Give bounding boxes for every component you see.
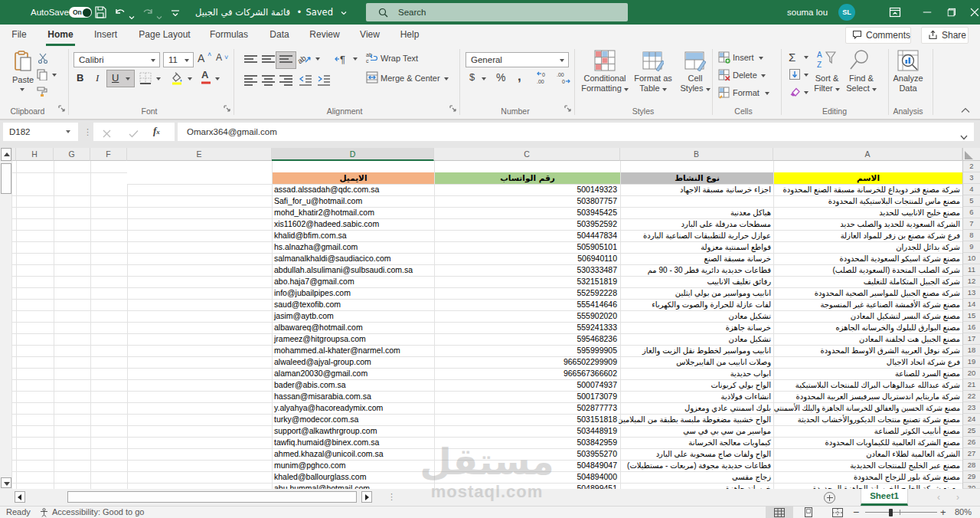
cell-activity-18[interactable]: انابيب ومواسير لخطوط نقل الزيت والغاز bbox=[620, 345, 773, 356]
cell-activity-6[interactable]: هياكل معدنية bbox=[620, 207, 773, 218]
cell-phone-15[interactable]: 555902020 bbox=[434, 310, 620, 322]
autosave-toggle[interactable]: On bbox=[69, 7, 92, 18]
cell-email-7[interactable]: xis11602@hadeed.sabic.com bbox=[272, 218, 434, 230]
percent-style-button[interactable]: % bbox=[496, 71, 508, 85]
scroll-down-icon[interactable] bbox=[1, 477, 11, 488]
cell-activity-5[interactable] bbox=[620, 195, 773, 207]
row-header-19[interactable]: 19 bbox=[962, 356, 980, 368]
cut-icon[interactable] bbox=[38, 53, 49, 64]
align-bottom-icon[interactable] bbox=[279, 55, 292, 66]
name-box[interactable]: D182 bbox=[3, 123, 78, 141]
cell-activity-23[interactable]: بلوك اسمنتي عادي ومعزول bbox=[620, 402, 773, 414]
row-header-17[interactable]: 17 bbox=[962, 333, 980, 345]
cell-email-9[interactable]: hs.alnazha@gmail.com bbox=[272, 241, 434, 253]
cell-activity-26[interactable]: كيماويات معالجة الخرسانة bbox=[620, 437, 773, 448]
increase-indent-icon[interactable] bbox=[317, 75, 330, 86]
cell-name-20[interactable]: مصنع السرد للصناعة bbox=[773, 368, 962, 379]
borders-dropdown-icon[interactable] bbox=[156, 77, 161, 80]
clear-icon[interactable] bbox=[789, 86, 801, 98]
cell-email-27[interactable]: ahmed.khazal@unicoil.com.sa bbox=[272, 448, 434, 460]
cell-name-22[interactable]: شركة ماريتايم اندستريال سيرفيسز العربية … bbox=[773, 391, 962, 402]
cell-activity-28[interactable]: قطاعات حديدية مجوفة (مربعات - مستطيلات) bbox=[620, 460, 773, 471]
enter-icon[interactable] bbox=[129, 127, 139, 136]
column-header-D[interactable]: D bbox=[272, 148, 434, 161]
decrease-indent-icon[interactable] bbox=[299, 75, 312, 86]
zoom-in-button[interactable]: + bbox=[940, 507, 946, 518]
orientation-icon[interactable]: ab bbox=[298, 52, 312, 66]
cell-name-10[interactable]: مصنع شركة اسيكو السعودية المحدودة bbox=[773, 253, 962, 264]
share-button[interactable]: Share bbox=[921, 27, 969, 44]
accounting-format-button[interactable]: $ bbox=[469, 71, 477, 85]
cell-activity-8[interactable]: عوازل حرارية للتطبيقات الصناعية الباردة bbox=[620, 230, 773, 241]
align-center-icon[interactable] bbox=[262, 75, 275, 86]
ribbon-display-options-icon[interactable] bbox=[888, 5, 902, 19]
status-accessibility[interactable]: Accessibility: Good to go bbox=[52, 507, 144, 518]
cell-name-28[interactable]: مصنع عبر الخليج للمنتجات الحديدية bbox=[773, 460, 962, 471]
row-header-14[interactable]: 14 bbox=[962, 299, 980, 310]
align-middle-icon[interactable] bbox=[262, 55, 275, 66]
format-painter-icon[interactable] bbox=[36, 86, 48, 97]
bold-button[interactable]: B bbox=[77, 72, 87, 86]
cell-name-25[interactable]: مصنع أنابيب الكوثر للصناعة bbox=[773, 425, 962, 437]
cell-phone-22[interactable]: 500173079 bbox=[434, 391, 620, 402]
cell-name-24[interactable]: مصنع شركة تصنيع منتجات الديكوروالأخشاب ا… bbox=[773, 414, 962, 425]
column-header-G[interactable]: G bbox=[54, 148, 90, 161]
saved-dropdown-icon[interactable] bbox=[341, 1, 347, 7]
cell-activity-7[interactable]: مسطحات مدرفلة على البارد bbox=[620, 218, 773, 230]
cell-phone-25[interactable]: 503448919 bbox=[434, 425, 620, 437]
cell-name-15[interactable]: مصنع شركة البسر لتشكيل المعادن bbox=[773, 310, 962, 322]
cell-phone-17[interactable]: 595468236 bbox=[434, 333, 620, 345]
column-header-E[interactable]: E bbox=[127, 148, 272, 161]
cell-activity-9[interactable]: قواطع اسمنتية معزولة bbox=[620, 241, 773, 253]
cell-activity-15[interactable]: تشكيل معادن bbox=[620, 310, 773, 322]
align-top-icon[interactable] bbox=[244, 55, 257, 66]
row-header-18[interactable]: 18 bbox=[962, 345, 980, 356]
zoom-level[interactable]: 80% bbox=[955, 507, 972, 518]
fill-color-dropdown-icon[interactable] bbox=[188, 77, 192, 80]
cell-phone-27[interactable]: 503955270 bbox=[434, 448, 620, 460]
close-button[interactable] bbox=[963, 0, 980, 25]
view-page-layout-button[interactable] bbox=[796, 507, 821, 518]
font-dialog-launcher-icon[interactable] bbox=[224, 105, 231, 113]
cell-name-11[interactable]: شركة الصلب المتحدة (السعودية للصلب) bbox=[773, 264, 962, 276]
row-header-21[interactable]: 21 bbox=[962, 379, 980, 391]
cell-name-14[interactable]: مصنع شركة الأقمشة الصناعية غير المنسوجة bbox=[773, 299, 962, 310]
column-header-C[interactable]: C bbox=[434, 148, 620, 161]
cell-activity-22[interactable]: انشاءات فولاذية bbox=[620, 391, 773, 402]
tab-data[interactable]: Data bbox=[263, 25, 296, 46]
cell-email-10[interactable]: salmanalkhaldi@saudiacico.com bbox=[272, 253, 434, 264]
row-header-5[interactable]: 5 bbox=[962, 195, 980, 207]
tab-view[interactable]: View bbox=[354, 25, 386, 46]
cell-email-16[interactable]: albawareq@hotmail.com bbox=[272, 322, 434, 333]
scrollbar-resizer[interactable]: ⋮ bbox=[387, 492, 392, 503]
cell-email-23[interactable]: y.alyahya@hacoreadymix.com bbox=[272, 402, 434, 414]
minimize-button[interactable] bbox=[916, 0, 939, 25]
row-header-7[interactable]: 7 bbox=[962, 218, 980, 230]
header-cell-name[interactable]: الاسم bbox=[774, 172, 962, 184]
underline-button[interactable]: U bbox=[106, 70, 135, 87]
cell-email-22[interactable]: hassan@misarabia.com.sa bbox=[272, 391, 434, 402]
cell-email-25[interactable]: support@alkawthrgroup.com bbox=[272, 425, 434, 437]
cell-email-12[interactable]: abo.haja7@gmail.com bbox=[272, 276, 434, 287]
copy-dropdown-icon[interactable] bbox=[52, 74, 57, 77]
row-header-6[interactable]: 6 bbox=[962, 207, 980, 218]
cell-phone-20[interactable]: 966567366602 bbox=[434, 368, 620, 379]
text-direction-dropdown-icon[interactable] bbox=[353, 57, 358, 61]
insert-function-icon[interactable]: fx bbox=[153, 125, 167, 139]
new-sheet-icon[interactable] bbox=[824, 492, 835, 503]
cell-phone-7[interactable]: 503952592 bbox=[434, 218, 620, 230]
cell-phone-28[interactable]: 504849047 bbox=[434, 460, 620, 471]
collapse-ribbon-icon[interactable] bbox=[961, 106, 972, 113]
tab-formulas[interactable]: Formulas bbox=[205, 25, 253, 46]
cell-phone-21[interactable]: 500074937 bbox=[434, 379, 620, 391]
view-page-break-button[interactable] bbox=[825, 507, 850, 518]
autosum-icon[interactable]: Σ bbox=[789, 51, 801, 63]
cell-phone-18[interactable]: 595999905 bbox=[434, 345, 620, 356]
cell-activity-20[interactable]: ابواب حديدية bbox=[620, 368, 773, 379]
cell-phone-24[interactable]: 503151818 bbox=[434, 414, 620, 425]
font-color-dropdown-icon[interactable] bbox=[215, 77, 220, 80]
cell-phone-12[interactable]: 532151819 bbox=[434, 276, 620, 287]
redo-dropdown-icon[interactable] bbox=[156, 10, 162, 16]
horizontal-scrollbar-thumb[interactable] bbox=[67, 491, 357, 503]
font-size-select[interactable]: 11 bbox=[163, 52, 194, 67]
